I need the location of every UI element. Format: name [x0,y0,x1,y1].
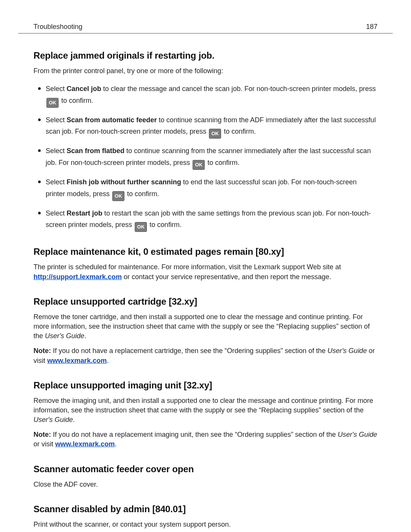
ok-button-icon: OK [46,98,59,108]
note-unsupported-imaging: Note: If you do not have a replacement i… [33,430,378,449]
text: to clear the message and cancel the scan… [101,85,376,93]
heading-maintenance-kit: Replace maintenance kit, 0 estimated pag… [33,246,378,257]
text: to confirm. [148,221,182,228]
italic-users-guide: User's Guide [33,416,73,423]
italic-users-guide: User's Guide [327,347,366,355]
ok-button-icon: OK [209,129,221,139]
paragraph-scanner-disabled: Print without the scanner, or contact yo… [33,520,378,529]
text: or contact your service representative, … [122,273,331,281]
heading-adf-cover: Scanner automatic feeder cover open [33,464,378,474]
text: or visit [33,440,55,448]
text: If you do not have a replacement cartrid… [51,347,327,355]
header-section-title: Troubleshooting [33,23,82,31]
text: to confirm. [125,190,159,198]
bold-term: Finish job without further scanning [67,178,181,186]
text: . [73,416,75,423]
bold-term: Restart job [67,209,102,217]
intro-replace-jammed: From the printer control panel, try one … [33,66,378,76]
text: Remove the imaging unit, and then instal… [33,397,373,414]
text: . [107,357,108,364]
text: to confirm. [222,128,256,135]
page-content: Replace jammed originals if restarting j… [18,50,393,529]
italic-users-guide: User's Guide [45,332,84,340]
text: to confirm. [59,97,93,104]
paragraph-maintenance-kit: The printer is scheduled for maintenance… [33,262,378,281]
paragraph-unsupported-cartridge: Remove the toner cartridge, and then ins… [33,312,378,341]
text: . [84,332,86,340]
text: to confirm. [206,159,239,166]
italic-users-guide: User's Guide [338,431,377,438]
text: Select [46,85,67,93]
text: Select [46,209,67,217]
heading-scanner-disabled: Scanner disabled by admin [840.01] [33,504,378,514]
link-lexmark-com[interactable]: www.lexmark.com [55,440,115,448]
bold-term: Cancel job [67,85,101,93]
link-lexmark-com[interactable]: www.lexmark.com [47,357,107,364]
bullet-finish-job: Select Finish job without further scanni… [46,174,378,201]
heading-replace-jammed: Replace jammed originals if restarting j… [33,50,378,61]
text: If you do not have a replacement imaging… [51,431,338,438]
header-page-number: 187 [366,23,378,31]
note-label: Note: [33,347,51,355]
ok-button-icon: OK [112,191,124,201]
paragraph-unsupported-imaging: Remove the imaging unit, and then instal… [33,396,378,425]
bullet-list-replace-jammed: Select Cancel job to clear the message a… [36,81,378,232]
text: The printer is scheduled for maintenance… [33,263,341,271]
bullet-scan-flatbed: Select Scan from flatbed to continue sca… [46,143,378,170]
ok-button-icon: OK [135,222,147,232]
paragraph-adf-cover: Close the ADF cover. [33,480,378,489]
document-page: Troubleshooting 187 Replace jammed origi… [0,0,411,532]
heading-unsupported-imaging: Replace unsupported imaging unit [32.xy] [33,380,378,391]
text: Select [46,116,67,124]
ok-button-icon: OK [193,160,205,170]
note-label: Note: [33,431,51,438]
bullet-restart-job: Select Restart job to restart the scan j… [46,206,378,232]
text: Select [46,178,67,186]
text: Select [46,147,67,155]
note-unsupported-cartridge: Note: If you do not have a replacement c… [33,346,378,365]
link-support-lexmark[interactable]: http://support.lexmark.com [33,273,122,281]
bullet-cancel-job: Select Cancel job to clear the message a… [46,81,378,108]
heading-unsupported-cartridge: Replace unsupported cartridge [32.xy] [33,296,378,307]
running-header: Troubleshooting 187 [18,23,393,34]
bold-term: Scan from flatbed [67,147,124,155]
bold-term: Scan from automatic feeder [67,116,157,124]
bullet-scan-adf: Select Scan from automatic feeder to con… [46,112,378,139]
text: . [115,440,116,448]
